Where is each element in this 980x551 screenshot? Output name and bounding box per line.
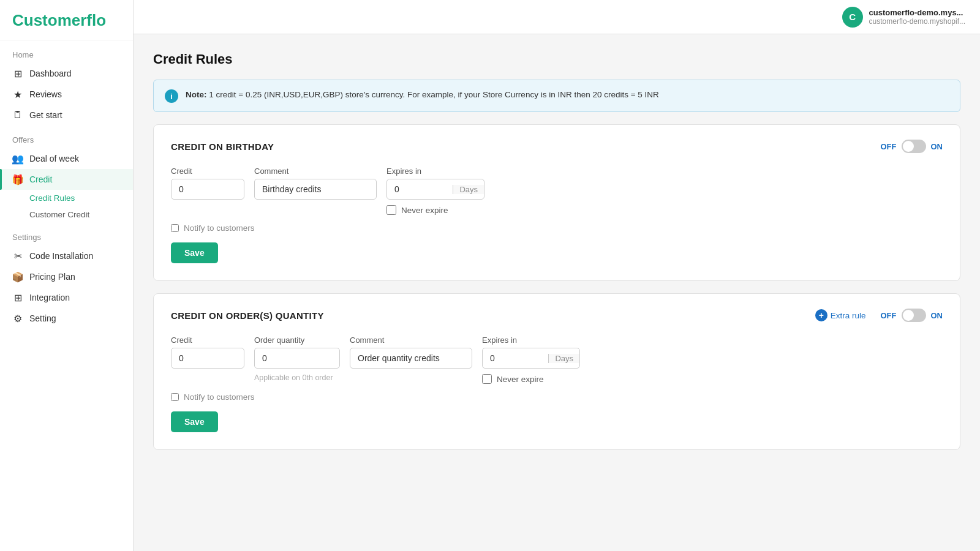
sidebar-item-label: Pricing Plan (29, 272, 75, 282)
order-never-expire-checkbox[interactable] (482, 374, 492, 384)
sidebar-item-reviews[interactable]: ★ Reviews (0, 84, 133, 105)
birthday-toggle-off-label: OFF (881, 142, 897, 151)
order-expires-group: Expires in Days Never expire (482, 335, 580, 384)
birthday-notify-label[interactable]: Notify to customers (184, 223, 255, 233)
birthday-never-expire-row: Never expire (386, 205, 484, 215)
sidebar-item-dashboard[interactable]: ⊞ Dashboard (0, 63, 133, 84)
sidebar: Customerflo Home ⊞ Dashboard ★ Reviews 🗒… (0, 0, 134, 551)
sidebar-item-label: Reviews (29, 89, 62, 99)
sidebar-item-label: Setting (29, 313, 56, 323)
sidebar-item-credit[interactable]: 🎁 Credit (0, 169, 133, 190)
sidebar-settings-label: Settings (0, 223, 133, 246)
setting-icon: ⚙ (12, 313, 23, 324)
applicable-text: Applicable on 0th order (254, 373, 340, 382)
birthday-card-header: CREDIT ON BIRTHDAY OFF ON (171, 140, 943, 153)
birthday-comment-input[interactable] (254, 179, 377, 200)
birthday-card-title: CREDIT ON BIRTHDAY (171, 141, 274, 152)
order-notify-row: Notify to customers (171, 392, 943, 402)
birthday-notify-row: Notify to customers (171, 223, 943, 233)
page-title: Credit Rules (153, 51, 960, 67)
birthday-comment-label: Comment (254, 167, 377, 176)
sidebar-home-label: Home (0, 40, 133, 63)
order-qty-label: Order quantity (254, 335, 340, 345)
birthday-notify-checkbox[interactable] (171, 224, 179, 232)
order-never-expire-label[interactable]: Never expire (497, 375, 544, 384)
sidebar-item-integration[interactable]: ⊞ Integration (0, 287, 133, 308)
main-content: Credit Rules i Note: 1 credit = 0.25 (IN… (134, 34, 980, 551)
extra-rule-label: Extra rule (831, 311, 866, 320)
sidebar-item-label: Deal of week (29, 154, 79, 163)
sidebar-offers-label: Offers (0, 126, 133, 148)
order-card-title: CREDIT ON ORDER(S) QUANTITY (171, 310, 324, 321)
dashboard-icon: ⊞ (12, 68, 23, 79)
order-expires-input-wrapper: Days (482, 348, 580, 369)
order-comment-group: Comment (350, 335, 472, 369)
code-icon: ✂ (12, 250, 23, 261)
order-qty-group: Order quantity Applicable on 0th order (254, 335, 340, 382)
info-icon: i (165, 89, 178, 103)
order-save-button[interactable]: Save (171, 411, 218, 432)
order-credit-label: Credit (171, 335, 244, 345)
logo: Customerflo (0, 0, 133, 40)
birthday-form-row: Credit Comment Expires in Days Never exp… (171, 167, 943, 215)
order-toggle[interactable] (902, 309, 926, 322)
order-toggle-row: + Extra rule OFF ON (815, 309, 943, 322)
birthday-never-expire-label[interactable]: Never expire (401, 206, 448, 215)
birthday-expires-suffix: Days (453, 185, 484, 194)
extra-rule-button[interactable]: + Extra rule (815, 309, 866, 321)
logo-black: Customer (12, 11, 86, 29)
credit-icon: 🎁 (12, 174, 23, 185)
sidebar-item-label: Integration (29, 293, 70, 302)
sidebar-item-label: Credit (29, 174, 52, 184)
sidebar-item-code-installation[interactable]: ✂ Code Installation (0, 246, 133, 266)
order-expires-input[interactable] (483, 348, 548, 368)
note-label: Note: (186, 90, 207, 99)
birthday-toggle[interactable] (902, 140, 926, 153)
sidebar-item-pricing-plan[interactable]: 📦 Pricing Plan (0, 266, 133, 287)
birthday-toggle-row: OFF ON (881, 140, 943, 153)
order-notify-checkbox[interactable] (171, 393, 179, 401)
order-form-row: Credit Order quantity Applicable on 0th … (171, 335, 943, 384)
logo-green: flo (86, 11, 106, 29)
sidebar-item-label: Code Installation (29, 251, 93, 261)
birthday-expires-input[interactable] (387, 179, 453, 199)
order-expires-label: Expires in (482, 335, 580, 345)
birthday-never-expire-checkbox[interactable] (386, 205, 396, 215)
reviews-icon: ★ (12, 89, 23, 100)
birthday-save-button[interactable]: Save (171, 242, 218, 263)
birthday-credit-input[interactable] (171, 179, 244, 200)
order-quantity-card: CREDIT ON ORDER(S) QUANTITY + Extra rule… (153, 293, 960, 450)
integration-icon: ⊞ (12, 292, 23, 303)
sidebar-sub-customer-credit[interactable]: Customer Credit (0, 206, 133, 223)
sidebar-item-deal-of-week[interactable]: 👥 Deal of week (0, 148, 133, 169)
deal-icon: 👥 (12, 153, 23, 164)
get-start-icon: 🗒 (12, 110, 23, 121)
user-info: C customerflo-demo.mys... customerflo-de… (842, 7, 965, 28)
sidebar-item-get-start[interactable]: 🗒 Get start (0, 105, 133, 126)
note-body-text: 1 credit = 0.25 (INR,USD,EUR,GBP) store'… (209, 90, 659, 99)
avatar: C (842, 7, 863, 28)
birthday-expires-group: Expires in Days Never expire (386, 167, 484, 215)
order-notify-label[interactable]: Notify to customers (184, 392, 255, 402)
order-toggle-on-label: ON (931, 311, 943, 320)
order-never-expire-row: Never expire (482, 374, 580, 384)
birthday-expires-input-wrapper: Days (386, 179, 484, 200)
birthday-comment-group: Comment (254, 167, 377, 200)
user-name: customerflo-demo.mys... (869, 8, 965, 17)
sidebar-item-label: Dashboard (29, 69, 72, 78)
order-toggle-off-label: OFF (881, 311, 897, 320)
pricing-icon: 📦 (12, 271, 23, 282)
plus-icon: + (815, 309, 827, 321)
order-expires-suffix: Days (548, 354, 579, 363)
order-comment-input[interactable] (350, 348, 472, 369)
note-text: Note: 1 credit = 0.25 (INR,USD,EUR,GBP) … (186, 89, 659, 101)
sidebar-item-setting[interactable]: ⚙ Setting (0, 308, 133, 329)
order-card-header: CREDIT ON ORDER(S) QUANTITY + Extra rule… (171, 309, 943, 322)
sidebar-sub-credit-rules[interactable]: Credit Rules (0, 190, 133, 206)
birthday-credit-group: Credit (171, 167, 244, 200)
birthday-card: CREDIT ON BIRTHDAY OFF ON Credit Comment… (153, 124, 960, 281)
birthday-credit-label: Credit (171, 167, 244, 176)
order-qty-input[interactable] (254, 348, 340, 369)
order-credit-input[interactable] (171, 348, 244, 369)
app-header: C customerflo-demo.mys... customerflo-de… (0, 0, 980, 34)
